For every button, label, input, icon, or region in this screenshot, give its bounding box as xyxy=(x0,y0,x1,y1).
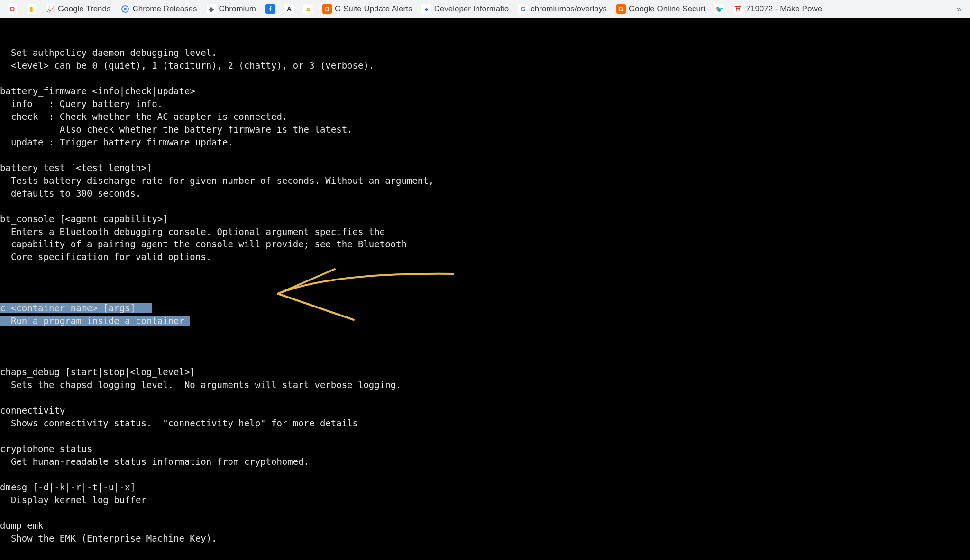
terminal-line: dump_emk xyxy=(0,519,970,532)
bookmark-favicon: a xyxy=(303,4,313,14)
terminal-line: Tests battery discharge rate for given n… xyxy=(0,174,970,187)
terminal-line xyxy=(0,545,970,558)
bookmark-favicon: ▮ xyxy=(27,4,36,14)
terminal-line: Shows connectivity status. "connectivity… xyxy=(0,417,970,430)
terminal-line: bt_console [<agent capability>] xyxy=(0,213,970,226)
bookmark-5[interactable]: f xyxy=(262,2,279,16)
terminal-line xyxy=(0,72,970,85)
terminal-line: Enters a Bluetooth debugging console. Op… xyxy=(0,226,970,238)
bookmark-4[interactable]: ◆Chromium xyxy=(203,2,260,16)
terminal-line: battery_test [<test length>] xyxy=(0,162,970,174)
bookmark-favicon: B xyxy=(322,4,332,14)
terminal-line: Set authpolicy daemon debugging level. xyxy=(0,46,970,59)
terminal-line xyxy=(0,149,970,162)
bookmarks-bar: O▮📈Google TrendsChrome Releases◆Chromium… xyxy=(0,0,970,18)
bookmark-favicon: B xyxy=(616,4,626,14)
bookmark-favicon: A xyxy=(284,4,294,14)
bookmark-9[interactable]: ●Developer Informatio xyxy=(418,2,512,16)
terminal-line: capability of a pairing agent the consol… xyxy=(0,238,970,251)
bookmark-0[interactable]: O xyxy=(4,2,21,16)
bookmark-favicon: ● xyxy=(421,4,431,14)
terminal-line: Show the EMK (Enterprise Machine Key). xyxy=(0,532,970,545)
terminal-line: Display kernel log buffer xyxy=(0,494,970,506)
terminal-line: info : Query battery info. xyxy=(0,98,970,110)
terminal-line: Also check whether the battery firmware … xyxy=(0,123,970,136)
bookmark-label: chromiumos/overlays xyxy=(531,4,607,14)
bookmark-2[interactable]: 📈Google Trends xyxy=(42,2,115,16)
terminal-line xyxy=(0,200,970,213)
terminal-line: connectivity xyxy=(0,404,970,417)
bookmarks-overflow-button[interactable]: » xyxy=(952,2,966,16)
bookmark-11[interactable]: BGoogle Online Securi xyxy=(613,2,709,16)
bookmark-label: 719072 - Make Powe xyxy=(746,4,822,14)
terminal-line xyxy=(0,430,970,443)
terminal-line xyxy=(0,391,970,404)
terminal-line: battery_firmware <info|check|update> xyxy=(0,85,970,98)
terminal-line xyxy=(0,263,970,276)
terminal-line: Core specification for valid options. xyxy=(0,251,970,263)
bookmark-3[interactable]: Chrome Releases xyxy=(117,2,201,16)
bookmark-label: Google Trends xyxy=(58,4,111,14)
terminal-line: enroll_status [--mode] [--domain] [--rea… xyxy=(0,558,970,560)
terminal-line xyxy=(0,468,970,481)
bookmark-label: Google Online Securi xyxy=(629,4,705,14)
bookmark-label: Developer Informatio xyxy=(434,4,509,14)
bookmark-favicon: ⛩ xyxy=(733,4,743,14)
terminal-line: Get human-readable status information fr… xyxy=(0,455,970,468)
terminal-line xyxy=(0,353,970,366)
bookmark-label: Chrome Releases xyxy=(133,4,197,14)
terminal-line: Sets the chapsd logging level. No argume… xyxy=(0,379,970,391)
bookmark-favicon: f xyxy=(265,4,275,14)
bookmark-label: Chromium xyxy=(219,4,256,14)
bookmark-favicon: 📈 xyxy=(46,4,55,14)
bookmark-favicon xyxy=(120,4,130,14)
terminal-line: Run a program inside a container xyxy=(0,315,970,327)
terminal-line: defaults to 300 seconds. xyxy=(0,187,970,200)
terminal-output[interactable]: Set authpolicy daemon debugging level. <… xyxy=(0,18,970,560)
terminal-line: c <container name> [args] xyxy=(0,302,970,315)
bookmark-8[interactable]: BG Suite Update Alerts xyxy=(319,2,416,16)
terminal-line: <level> can be 0 (quiet), 1 (taciturn), … xyxy=(0,59,970,72)
terminal-line: update : Trigger battery firmware update… xyxy=(0,136,970,149)
terminal-line: cryptohome_status xyxy=(0,443,970,455)
terminal-line: check : Check whether the AC adapter is … xyxy=(0,110,970,123)
bookmark-favicon: 🐦 xyxy=(714,4,724,14)
svg-point-1 xyxy=(124,8,127,10)
terminal-line xyxy=(0,506,970,519)
terminal-line: chaps_debug [start|stop|<log_level>] xyxy=(0,366,970,379)
bookmark-7[interactable]: a xyxy=(300,2,317,16)
bookmark-favicon: G xyxy=(518,4,528,14)
bookmark-label: G Suite Update Alerts xyxy=(335,4,412,14)
bookmark-13[interactable]: ⛩719072 - Make Powe xyxy=(730,2,826,16)
terminal-line: dmesg [-d|-k|-r|-t|-u|-x] xyxy=(0,481,970,494)
bookmark-favicon: O xyxy=(8,4,17,14)
bookmark-6[interactable]: A xyxy=(281,2,298,16)
bookmark-1[interactable]: ▮ xyxy=(23,2,40,16)
bookmark-12[interactable]: 🐦 xyxy=(711,2,728,16)
bookmark-favicon: ◆ xyxy=(207,4,216,14)
bookmark-10[interactable]: Gchromiumos/overlays xyxy=(514,2,611,16)
